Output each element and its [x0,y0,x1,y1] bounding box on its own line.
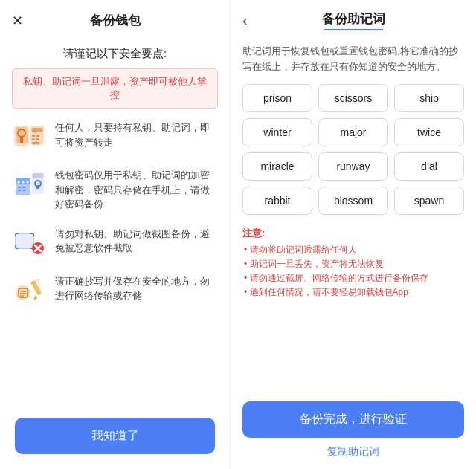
svg-rect-22 [32,173,44,178]
svg-point-15 [22,181,25,184]
notes-item-3: • 请勿通过截屏、网络传输的方式进行备份保存 [242,271,464,285]
svg-point-16 [27,181,29,184]
title-underline [324,29,383,30]
mnemonic-word-4: winter [242,118,312,146]
svg-rect-20 [22,190,25,191]
right-panel: ‹ 备份助记词 助记词用于恢复钱包或重置钱包密码,将它准确的抄写在纸上，并存放在… [231,0,476,469]
notes-item-1: • 请勿将助记词透露给任何人 [242,243,464,257]
right-header: ‹ 备份助记词 [231,0,476,41]
security-items-list: 任何人，只要持有私钥、助记词，即可将资产转走 [0,119,230,407]
left-subtitle: 请谨记以下安全要点: [0,41,230,68]
svg-rect-11 [32,142,39,144]
right-title-wrap: 备份助记词 [322,10,385,30]
left-footer: 我知道了 [0,407,230,469]
copy-mnemonic-link[interactable]: 复制助记词 [242,445,464,459]
svg-rect-17 [18,187,21,188]
screenshot-icon [12,225,46,259]
mnemonic-word-6: twice [394,118,464,146]
svg-point-14 [18,181,20,184]
svg-rect-24 [36,185,39,189]
notes-title: 注意: [242,227,464,240]
right-title: 备份助记词 [322,10,385,28]
mnemonic-word-3: ship [394,84,464,112]
notes-item-4: • 遇到任何情况，请不要轻易卸载钱包App [242,285,464,300]
svg-rect-3 [20,136,23,143]
security-item-3: 请勿对私钥、助记词做截图备份，避免被恶意软件截取 [12,225,218,259]
mnemonic-word-7: miracle [242,152,312,181]
mnemonic-word-11: blossom [318,187,388,215]
svg-rect-42 [30,280,42,295]
mnemonic-word-8: runway [318,152,388,181]
mnemonic-word-2: scissors [318,84,388,112]
svg-point-37 [16,285,30,300]
right-footer: 备份完成，进行验证 复制助记词 [231,394,476,469]
security-text-3: 请勿对私钥、助记词做截图备份，避免被恶意软件截取 [55,225,218,256]
right-description: 助记词用于恢复钱包或重置钱包密码,将它准确的抄写在纸上，并存放在只有你知道的安全… [231,41,476,84]
svg-rect-5 [32,128,42,132]
security-item-2: 钱包密码仅用于私钥、助记词的加密和解密，密码只存储在手机上，请做好密码备份 [12,166,218,212]
svg-marker-43 [33,296,38,300]
left-panel: ✕ 备份钱包 请谨记以下安全要点: 私钥、助记词一旦泄露，资产即可被他人掌控 [0,0,231,469]
svg-rect-9 [32,138,35,140]
mnemonic-word-9: dial [394,152,464,181]
mnemonic-grid: prison scissors ship winter major twice … [231,84,476,224]
verify-button[interactable]: 备份完成，进行验证 [242,401,464,438]
key-icon [12,119,46,153]
notes-item-2: • 助记词一旦丢失，资产将无法恢复 [242,257,464,271]
svg-rect-7 [36,135,39,137]
svg-rect-18 [22,187,25,188]
mnemonic-word-1: prison [242,84,312,112]
close-button[interactable]: ✕ [12,13,23,29]
left-header: ✕ 备份钱包 [0,0,230,41]
svg-rect-19 [18,190,21,191]
acknowledge-button[interactable]: 我知道了 [15,418,215,454]
svg-rect-6 [32,135,35,137]
left-title: 备份钱包 [90,12,141,29]
mnemonic-word-12: spawn [394,187,464,215]
alert-box: 私钥、助记词一旦泄露，资产即可被他人掌控 [12,68,218,109]
mnemonic-word-10: rabbit [242,187,312,215]
back-button[interactable]: ‹ [242,12,248,29]
security-item-1: 任何人，只要持有私钥、助记词，即可将资产转走 [12,119,218,153]
security-item-4: 请正确抄写并保存在安全的地方，勿进行网络传输或存储 [12,273,218,307]
security-text-4: 请正确抄写并保存在安全的地方，勿进行网络传输或存储 [55,273,218,303]
security-text-2: 钱包密码仅用于私钥、助记词的加密和解密，密码只存储在手机上，请做好密码备份 [55,166,218,212]
svg-rect-10 [36,138,39,140]
note-icon [12,273,46,307]
security-text-1: 任何人，只要持有私钥、助记词，即可将资产转走 [55,119,218,149]
notes-section: 注意: • 请勿将助记词透露给任何人 • 助记词一旦丢失，资产将无法恢复 • 请… [231,224,476,308]
svg-rect-25 [16,233,33,248]
mnemonic-word-5: major [318,118,388,146]
password-icon [12,166,46,201]
